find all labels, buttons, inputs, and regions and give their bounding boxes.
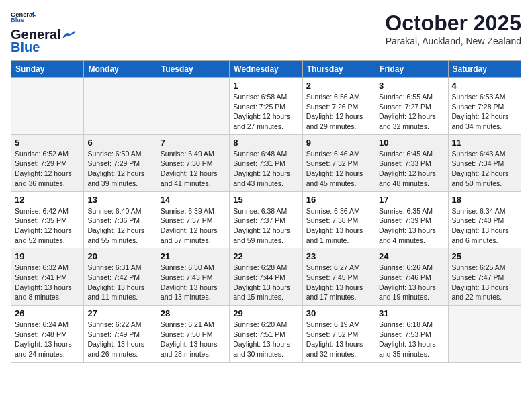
day-number: 16	[306, 195, 371, 205]
calendar-cell: 23Sunrise: 6:27 AM Sunset: 7:45 PM Dayli…	[302, 248, 375, 306]
day-number: 10	[379, 138, 444, 148]
day-number: 1	[233, 81, 298, 91]
day-info: Sunrise: 6:58 AM Sunset: 7:25 PM Dayligh…	[233, 92, 298, 132]
day-number: 2	[306, 81, 371, 91]
calendar-cell: 8Sunrise: 6:48 AM Sunset: 7:31 PM Daylig…	[230, 134, 302, 191]
calendar-cell: 9Sunrise: 6:46 AM Sunset: 7:32 PM Daylig…	[302, 134, 375, 191]
day-number: 11	[452, 138, 517, 148]
day-number: 7	[161, 138, 226, 148]
day-number: 15	[233, 195, 298, 205]
day-number: 5	[15, 138, 80, 148]
calendar-week-row: 12Sunrise: 6:42 AM Sunset: 7:35 PM Dayli…	[11, 191, 521, 248]
day-number: 4	[452, 81, 517, 91]
calendar-cell: 27Sunrise: 6:22 AM Sunset: 7:49 PM Dayli…	[84, 306, 157, 363]
calendar-subtitle: Parakai, Auckland, New Zealand	[385, 36, 521, 46]
day-number: 28	[161, 308, 226, 318]
calendar-cell: 3Sunrise: 6:55 AM Sunset: 7:27 PM Daylig…	[375, 78, 448, 135]
day-info: Sunrise: 6:22 AM Sunset: 7:49 PM Dayligh…	[87, 320, 152, 359]
calendar-cell: 26Sunrise: 6:24 AM Sunset: 7:48 PM Dayli…	[11, 306, 84, 363]
day-number: 20	[87, 251, 152, 261]
calendar-cell: 5Sunrise: 6:52 AM Sunset: 7:29 PM Daylig…	[11, 134, 84, 191]
logo-icon: General Blue	[11, 11, 38, 24]
weekday-header-wednesday: Wednesday	[230, 61, 302, 78]
calendar-cell: 11Sunrise: 6:43 AM Sunset: 7:34 PM Dayli…	[448, 134, 521, 191]
calendar-week-row: 1Sunrise: 6:58 AM Sunset: 7:25 PM Daylig…	[11, 78, 521, 135]
weekday-header-friday: Friday	[375, 61, 448, 78]
logo-blue: Blue	[11, 40, 40, 55]
calendar-cell: 6Sunrise: 6:50 AM Sunset: 7:29 PM Daylig…	[84, 134, 157, 191]
day-info: Sunrise: 6:21 AM Sunset: 7:50 PM Dayligh…	[161, 320, 226, 359]
calendar-cell: 13Sunrise: 6:40 AM Sunset: 7:36 PM Dayli…	[84, 191, 157, 248]
day-info: Sunrise: 6:48 AM Sunset: 7:31 PM Dayligh…	[233, 149, 298, 189]
day-info: Sunrise: 6:35 AM Sunset: 7:39 PM Dayligh…	[379, 206, 444, 246]
calendar-cell: 12Sunrise: 6:42 AM Sunset: 7:35 PM Dayli…	[11, 191, 84, 248]
day-info: Sunrise: 6:40 AM Sunset: 7:36 PM Dayligh…	[87, 206, 152, 246]
page-header: General Blue General Blue October 2025 P…	[11, 11, 521, 55]
calendar-cell: 22Sunrise: 6:28 AM Sunset: 7:44 PM Dayli…	[230, 248, 302, 306]
day-number: 31	[379, 308, 444, 318]
day-info: Sunrise: 6:18 AM Sunset: 7:53 PM Dayligh…	[379, 320, 444, 359]
calendar-table: SundayMondayTuesdayWednesdayThursdayFrid…	[11, 60, 521, 363]
day-info: Sunrise: 6:31 AM Sunset: 7:42 PM Dayligh…	[87, 263, 152, 302]
calendar-cell: 31Sunrise: 6:18 AM Sunset: 7:53 PM Dayli…	[375, 306, 448, 363]
day-number: 17	[379, 195, 444, 205]
calendar-cell: 2Sunrise: 6:56 AM Sunset: 7:26 PM Daylig…	[302, 78, 375, 135]
day-number: 18	[452, 195, 517, 205]
weekday-header-thursday: Thursday	[302, 61, 375, 78]
calendar-cell: 20Sunrise: 6:31 AM Sunset: 7:42 PM Dayli…	[84, 248, 157, 306]
day-info: Sunrise: 6:34 AM Sunset: 7:40 PM Dayligh…	[452, 206, 517, 246]
weekday-header-monday: Monday	[84, 61, 157, 78]
day-info: Sunrise: 6:20 AM Sunset: 7:51 PM Dayligh…	[233, 320, 298, 359]
day-info: Sunrise: 6:52 AM Sunset: 7:29 PM Dayligh…	[15, 149, 80, 189]
day-number: 22	[233, 251, 298, 261]
day-number: 29	[233, 308, 298, 318]
day-info: Sunrise: 6:46 AM Sunset: 7:32 PM Dayligh…	[306, 149, 371, 189]
logo: General Blue General Blue	[11, 11, 77, 55]
calendar-cell: 7Sunrise: 6:49 AM Sunset: 7:30 PM Daylig…	[157, 134, 229, 191]
day-info: Sunrise: 6:56 AM Sunset: 7:26 PM Dayligh…	[306, 92, 371, 132]
day-number: 9	[306, 138, 371, 148]
day-number: 3	[379, 81, 444, 91]
day-number: 24	[379, 251, 444, 261]
calendar-cell: 30Sunrise: 6:19 AM Sunset: 7:52 PM Dayli…	[302, 306, 375, 363]
title-section: October 2025 Parakai, Auckland, New Zeal…	[385, 11, 521, 46]
calendar-cell	[448, 306, 521, 363]
calendar-cell: 10Sunrise: 6:45 AM Sunset: 7:33 PM Dayli…	[375, 134, 448, 191]
calendar-cell: 15Sunrise: 6:38 AM Sunset: 7:37 PM Dayli…	[230, 191, 302, 248]
day-number: 8	[233, 138, 298, 148]
day-number: 26	[15, 308, 80, 318]
svg-text:Blue: Blue	[11, 17, 24, 24]
logo-bird-icon	[61, 29, 76, 41]
calendar-cell: 28Sunrise: 6:21 AM Sunset: 7:50 PM Dayli…	[157, 306, 229, 363]
calendar-cell	[157, 78, 229, 135]
day-info: Sunrise: 6:55 AM Sunset: 7:27 PM Dayligh…	[379, 92, 444, 132]
calendar-cell	[84, 78, 157, 135]
day-info: Sunrise: 6:53 AM Sunset: 7:28 PM Dayligh…	[452, 92, 517, 132]
day-info: Sunrise: 6:27 AM Sunset: 7:45 PM Dayligh…	[306, 263, 371, 302]
calendar-cell: 21Sunrise: 6:30 AM Sunset: 7:43 PM Dayli…	[157, 248, 229, 306]
day-number: 23	[306, 251, 371, 261]
calendar-cell: 29Sunrise: 6:20 AM Sunset: 7:51 PM Dayli…	[230, 306, 302, 363]
calendar-cell	[11, 78, 84, 135]
calendar-cell: 19Sunrise: 6:32 AM Sunset: 7:41 PM Dayli…	[11, 248, 84, 306]
day-info: Sunrise: 6:28 AM Sunset: 7:44 PM Dayligh…	[233, 263, 298, 302]
day-info: Sunrise: 6:32 AM Sunset: 7:41 PM Dayligh…	[15, 263, 80, 302]
calendar-cell: 16Sunrise: 6:36 AM Sunset: 7:38 PM Dayli…	[302, 191, 375, 248]
calendar-cell: 24Sunrise: 6:26 AM Sunset: 7:46 PM Dayli…	[375, 248, 448, 306]
day-info: Sunrise: 6:39 AM Sunset: 7:37 PM Dayligh…	[161, 206, 226, 246]
day-info: Sunrise: 6:42 AM Sunset: 7:35 PM Dayligh…	[15, 206, 80, 246]
day-info: Sunrise: 6:24 AM Sunset: 7:48 PM Dayligh…	[15, 320, 80, 359]
day-info: Sunrise: 6:50 AM Sunset: 7:29 PM Dayligh…	[87, 149, 152, 189]
day-number: 27	[87, 308, 152, 318]
day-number: 6	[87, 138, 152, 148]
calendar-cell: 14Sunrise: 6:39 AM Sunset: 7:37 PM Dayli…	[157, 191, 229, 248]
weekday-header-tuesday: Tuesday	[157, 61, 229, 78]
day-number: 14	[161, 195, 226, 205]
day-number: 13	[87, 195, 152, 205]
day-info: Sunrise: 6:30 AM Sunset: 7:43 PM Dayligh…	[161, 263, 226, 302]
day-info: Sunrise: 6:43 AM Sunset: 7:34 PM Dayligh…	[452, 149, 517, 189]
day-number: 25	[452, 251, 517, 261]
calendar-cell: 18Sunrise: 6:34 AM Sunset: 7:40 PM Dayli…	[448, 191, 521, 248]
day-info: Sunrise: 6:26 AM Sunset: 7:46 PM Dayligh…	[379, 263, 444, 302]
day-info: Sunrise: 6:25 AM Sunset: 7:47 PM Dayligh…	[452, 263, 517, 302]
